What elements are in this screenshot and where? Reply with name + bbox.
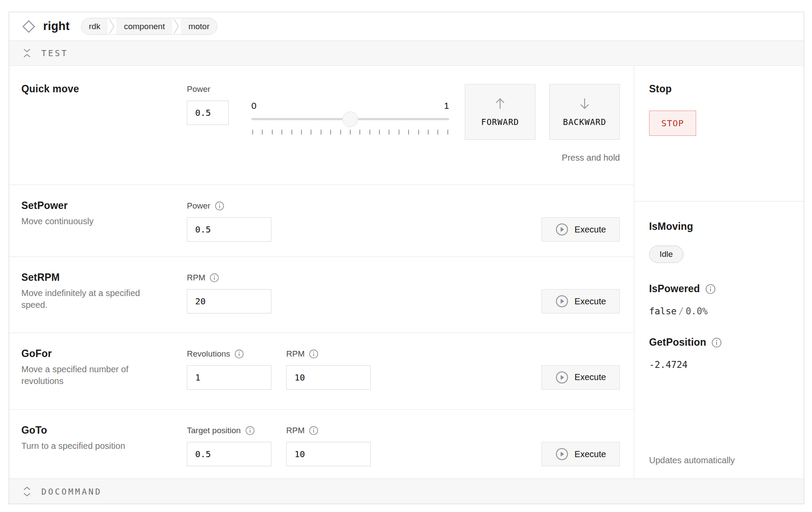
breadcrumb-segment: rdk: [81, 18, 108, 34]
play-circle-icon: [555, 223, 568, 236]
info-icon[interactable]: [234, 349, 244, 359]
component-name: right: [43, 20, 70, 33]
revolutions-label: Revolutions: [187, 349, 230, 359]
is-powered-separator: /: [677, 306, 686, 317]
info-icon[interactable]: [711, 337, 722, 348]
set-power-input[interactable]: [187, 217, 271, 242]
breadcrumb-segment: component: [116, 18, 172, 34]
quick-move-title: Quick move: [21, 83, 165, 95]
set-power-row: SetPower Move continuously Power: [9, 185, 634, 257]
execute-button-label: Execute: [575, 449, 606, 459]
get-position-title-text: GetPosition: [649, 337, 706, 348]
go-to-rpm-input[interactable]: [286, 442, 371, 466]
go-to-title: GoTo: [21, 424, 165, 436]
go-to-target-position-input[interactable]: [187, 442, 271, 466]
set-rpm-row: SetRPM Move indefinitely at a specified …: [9, 257, 634, 333]
arrow-down-icon: [578, 97, 592, 110]
slider-min-label: 0: [251, 101, 257, 111]
backward-button[interactable]: BACKWARD: [549, 84, 620, 140]
get-position-value: -2.4724: [649, 360, 790, 370]
execute-button-label: Execute: [575, 296, 606, 307]
stop-title: Stop: [649, 83, 790, 95]
rpm-label: RPM: [286, 349, 304, 359]
info-icon[interactable]: [245, 426, 255, 435]
status-sidebar: Stop STOP IsMoving Idle IsPowered false/…: [634, 66, 804, 478]
test-section-label: TEST: [41, 48, 68, 58]
is-moving-title: IsMoving: [649, 221, 790, 232]
set-power-execute-button[interactable]: Execute: [541, 217, 620, 242]
go-to-row: GoTo Turn to a specified position Target…: [9, 410, 634, 478]
stop-button[interactable]: STOP: [649, 111, 696, 136]
is-powered-bool: false: [649, 306, 677, 317]
go-for-rpm-input[interactable]: [286, 365, 371, 390]
set-rpm-input[interactable]: [187, 289, 271, 313]
target-position-label: Target position: [187, 426, 241, 435]
info-icon[interactable]: [210, 273, 219, 283]
is-powered-value: false/0.0%: [649, 306, 790, 317]
component-diamond-icon: [21, 19, 36, 34]
status-section: IsMoving Idle IsPowered false/0.0%: [634, 202, 804, 478]
test-commands: Quick move Power 0 1: [9, 66, 634, 478]
execute-button-label: Execute: [575, 225, 606, 235]
play-circle-icon: [555, 295, 568, 308]
info-icon[interactable]: [309, 426, 318, 435]
breadcrumb-segment: motor: [181, 18, 217, 34]
go-to-description: Turn to a specified position: [21, 440, 159, 452]
get-position-title: GetPosition: [649, 337, 790, 348]
go-for-execute-button[interactable]: Execute: [541, 365, 620, 390]
expand-icon[interactable]: [22, 486, 32, 497]
docommand-section-label: DOCOMMAND: [41, 487, 102, 496]
slider-track[interactable]: [251, 118, 449, 120]
chevron-right-icon: [172, 18, 181, 34]
go-for-revolutions-input[interactable]: [187, 365, 271, 390]
panel-header: right rdk component motor: [9, 12, 804, 41]
forward-button-label: FORWARD: [481, 117, 519, 127]
backward-button-label: BACKWARD: [563, 117, 606, 127]
collapse-icon[interactable]: [22, 47, 32, 59]
rpm-label: RPM: [187, 273, 205, 283]
slider-ticks: [251, 130, 449, 135]
power-slider: 0 1: [251, 101, 449, 135]
play-circle-icon: [555, 448, 568, 461]
info-icon[interactable]: [215, 201, 224, 211]
stop-section: Stop STOP: [634, 66, 804, 202]
play-circle-icon: [555, 371, 568, 384]
rpm-label: RPM: [286, 426, 304, 435]
execute-button-label: Execute: [575, 372, 606, 382]
updates-automatically-note: Updates automatically: [649, 455, 790, 465]
set-power-description: Move continuously: [21, 216, 159, 227]
info-icon[interactable]: [705, 284, 716, 294]
test-section-header[interactable]: TEST: [9, 41, 804, 66]
power-label: Power: [187, 84, 210, 94]
quick-move-power-input[interactable]: [187, 101, 229, 125]
forward-button[interactable]: FORWARD: [465, 84, 535, 140]
quick-move-row: Quick move Power 0 1: [9, 66, 634, 185]
breadcrumb: rdk component motor: [81, 18, 217, 35]
go-for-description: Move a specified number of revolutions: [21, 364, 159, 387]
info-icon[interactable]: [309, 349, 318, 359]
slider-max-label: 1: [444, 101, 449, 111]
set-rpm-execute-button[interactable]: Execute: [541, 289, 620, 313]
motor-panel: right rdk component motor TEST Quick mov…: [9, 12, 804, 504]
is-moving-status-badge: Idle: [649, 246, 683, 263]
is-powered-percent: 0.0%: [686, 306, 708, 317]
arrow-up-icon: [493, 97, 507, 110]
go-for-row: GoFor Move a specified number of revolut…: [9, 333, 634, 410]
press-and-hold-hint: Press and hold: [562, 153, 620, 163]
go-to-execute-button[interactable]: Execute: [541, 442, 620, 466]
set-rpm-description: Move indefinitely at a specified speed.: [21, 287, 159, 311]
power-label: Power: [187, 201, 210, 211]
is-powered-title: IsPowered: [649, 283, 790, 295]
docommand-section-header[interactable]: DOCOMMAND: [9, 478, 804, 504]
slider-handle[interactable]: [342, 111, 358, 127]
is-powered-title-text: IsPowered: [649, 283, 700, 295]
set-rpm-title: SetRPM: [21, 272, 165, 283]
chevron-right-icon: [108, 18, 116, 34]
set-power-title: SetPower: [21, 200, 165, 212]
go-for-title: GoFor: [21, 348, 165, 360]
